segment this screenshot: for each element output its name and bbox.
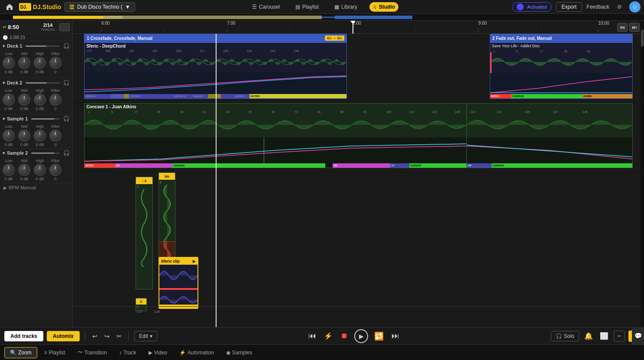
track-label: Track [123, 350, 136, 356]
sample2-volume-slider[interactable] [31, 152, 60, 154]
s2-low-knob[interactable] [3, 164, 15, 176]
nav-playlist[interactable]: ▤ Playlist [292, 2, 322, 12]
playhead-line [353, 21, 353, 34]
deck1-collapse-icon[interactable]: ▾ [3, 43, 5, 49]
s1-mid-knob[interactable] [18, 130, 30, 142]
nav-studio[interactable]: ♫ Studio [369, 2, 398, 12]
tab-video[interactable]: ▶ Video [143, 347, 172, 358]
deck1-mid-label: Mid [21, 52, 28, 56]
mini-timeline[interactable] [0, 14, 644, 21]
seg-chorus-right: CHORUS [511, 94, 583, 98]
settings-button[interactable]: ⚙ [614, 1, 625, 13]
deck1-high-label: High [36, 52, 44, 56]
edit-chevron-icon: ▾ [150, 333, 152, 339]
automix-button[interactable]: Automix [47, 331, 80, 341]
s1-filter-knob[interactable] [49, 130, 61, 142]
d2-seg-chorus2: CHORUS [409, 163, 466, 168]
export-button[interactable]: Export [556, 2, 583, 12]
notification-button[interactable]: 🔔 [583, 330, 595, 342]
deck2-waveform-area[interactable]: Concave 1 - Juan Atkins 1 9 17 25 33 41 … [84, 103, 467, 168]
tab-playlist[interactable]: ≡ Playlist [39, 347, 71, 358]
sample1-collapse-icon[interactable]: ▾ [3, 116, 5, 122]
samples-track-row[interactable]: ↕ 2 1 Sfr 1 [73, 172, 644, 315]
caption-button[interactable]: ⬜ [598, 330, 610, 342]
tab-transition[interactable]: 〜 Transition [72, 347, 112, 358]
scrollbar-thumb[interactable] [641, 29, 644, 47]
right-scrollbar[interactable] [641, 21, 644, 327]
skip-back-button[interactable]: ⏮ [307, 330, 318, 342]
mixed-badge[interactable]: Activated [512, 2, 551, 12]
sample2-collapse-icon[interactable]: ▾ [3, 150, 5, 156]
home-button[interactable] [3, 1, 16, 13]
loop-button[interactable]: 🔁 [372, 330, 385, 343]
cut-button[interactable]: ⚡ [322, 330, 334, 342]
seg-b [208, 94, 221, 98]
deck1-high-knob[interactable] [34, 57, 46, 69]
deck1-waveform-area[interactable]: Sferic - DeepChord 177 185 193 201 209 2… [84, 42, 347, 99]
svg-rect-3 [70, 6, 74, 7]
deck1-track-row[interactable]: 1 Crossfade, Crossfade, Manual 4A → 6A 2… [73, 34, 644, 103]
sample1-volume-slider[interactable] [31, 118, 60, 120]
redo-button[interactable]: ↪ [103, 331, 111, 341]
tracks-container: 1 Crossfade, Crossfade, Manual 4A → 6A 2… [73, 34, 644, 327]
right-automation [490, 73, 632, 95]
undo-button[interactable]: ↩ [91, 331, 99, 341]
record-button[interactable]: ⏺ [339, 330, 350, 342]
deck1-mid-knob[interactable] [18, 57, 30, 69]
deck2-track-row[interactable]: Concave 1 - Juan Atkins 1 9 17 25 33 41 … [73, 103, 644, 172]
s2-filter-knob[interactable] [49, 164, 61, 176]
deck2-high-knob[interactable] [34, 94, 46, 106]
s1-high-knob[interactable] [34, 130, 46, 142]
timeline-area[interactable]: ⏮ ⏭ 6:00 7:00 8:00 9:00 10:00 [73, 21, 644, 327]
transition2-header[interactable]: 2 Fade out, Fade out, Manual [490, 34, 633, 42]
tab-samples[interactable]: ◉ Samples [221, 347, 258, 358]
s2-mid-knob[interactable] [18, 164, 30, 176]
deck1-volume-slider[interactable] [26, 45, 60, 47]
bpm-manual-section[interactable]: ▶ BPM Manual [0, 183, 72, 192]
s1-low-knob[interactable] [3, 130, 15, 142]
s1-high-label: High [36, 124, 44, 129]
scissors-button[interactable]: ✂ [115, 331, 123, 341]
deck2-collapse-icon[interactable]: ▾ [3, 80, 5, 86]
deck1-low-label: Low [5, 52, 13, 56]
deck2-filter-knob[interactable] [49, 94, 61, 106]
sample1-headphone-icon[interactable]: 🎧 [63, 116, 70, 122]
tab-automation[interactable]: ⚡ Automation [174, 347, 219, 358]
s2-mid-knob-group: Mid 0 dB [18, 159, 30, 181]
s1-filter-val: 0 [54, 143, 56, 147]
d2-seg-up: UP [115, 163, 172, 168]
s2-high-knob[interactable] [34, 164, 46, 176]
deck2-volume-slider[interactable] [26, 82, 60, 84]
seg-verse2b: VERSE 2 [129, 94, 150, 98]
deck1-right-waveform[interactable]: Save Your Life - Addict Disc 1 9 17 25 3… [490, 42, 633, 99]
add-tracks-button[interactable]: Add tracks [4, 331, 43, 341]
skip-forward-button[interactable]: ⏭ [390, 330, 401, 342]
deck1-filter-knob[interactable] [49, 57, 61, 69]
edit-button[interactable]: Edit ▾ [134, 331, 157, 341]
tab-track[interactable]: ♪ Track [114, 347, 142, 358]
deck2-low-knob-group: Low 0 dB [3, 88, 15, 111]
feedback-button[interactable]: Feedback [586, 4, 609, 10]
nav-library[interactable]: ▦ Library [331, 2, 361, 12]
user-avatar[interactable]: U [629, 1, 641, 13]
nav-carousel[interactable]: ☰ Carousel [249, 2, 283, 12]
sample1-clip-1[interactable]: ↕ 2 1 [136, 177, 153, 289]
deck2-low-knob[interactable] [3, 94, 15, 106]
timeline-header: ⏮ ⏭ 6:00 7:00 8:00 9:00 10:00 [73, 21, 644, 34]
sferic-clip[interactable]: Sferic clip ▶ [159, 257, 198, 309]
zoom-out-button[interactable]: − [614, 331, 625, 342]
solo-button[interactable]: 🎧 Solo [551, 331, 579, 341]
sample2-headphone-icon[interactable]: 🎧 [63, 150, 70, 156]
deck1-low-val: 0 dB [5, 70, 13, 74]
d2-seg-up2: UP [333, 163, 390, 168]
deck2-right-extension[interactable]: 113 121 129 137 145 [467, 103, 633, 168]
deck2-headphone-icon[interactable]: 🎧 [63, 80, 70, 86]
mix-name-button[interactable]: Dub Disco Techno ( ▼ [65, 2, 135, 12]
chat-button[interactable]: 💬 [632, 327, 644, 344]
tab-zoom[interactable]: 🔍 Zoom [4, 347, 37, 358]
deck1-low-knob[interactable] [3, 57, 15, 69]
deck2-mid-knob[interactable] [18, 94, 30, 106]
deck1-headphone-icon[interactable]: 🎧 [63, 43, 70, 49]
transition1-header[interactable]: 1 Crossfade, Crossfade, Manual 4A → 6A [84, 34, 347, 42]
play-button[interactable]: ▶ [354, 329, 368, 343]
